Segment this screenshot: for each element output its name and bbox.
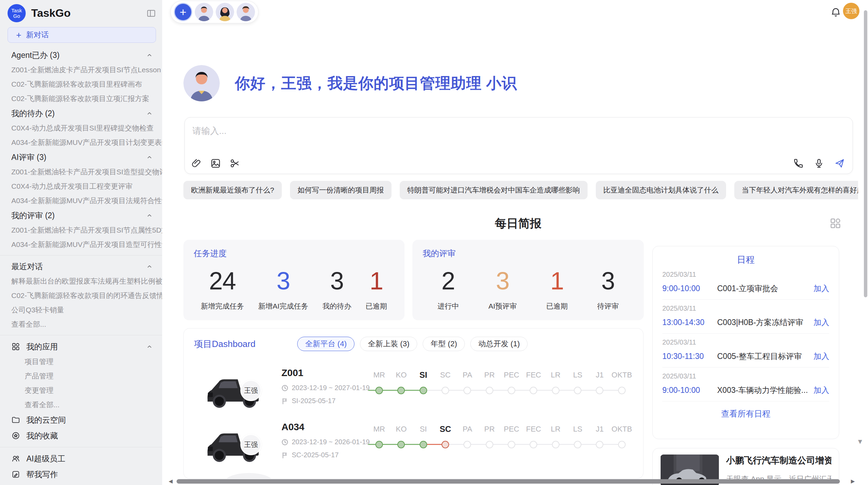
agent-avatar-3[interactable] <box>237 3 255 21</box>
milestone-dot <box>552 387 559 394</box>
app-item-project-mgmt[interactable]: 项目管理 <box>0 355 162 369</box>
new-chat-button[interactable]: + 新对话 <box>8 27 156 43</box>
milestone-dot <box>442 387 449 394</box>
app-item-change-mgmt[interactable]: 变更管理 <box>0 383 162 398</box>
section-my-review[interactable]: 我的评审 (2) <box>0 208 162 223</box>
sidebar-item[interactable]: 公司Q3轻卡销量 <box>0 303 162 317</box>
phone-icon[interactable] <box>793 158 804 169</box>
chat-input[interactable]: 请输入... <box>192 125 227 137</box>
sidebar-item[interactable]: Z001-全新燃油皮卡产品开发项目SI节点Lesson Learn报告 <box>0 63 162 77</box>
suggestion-chip[interactable]: 特朗普可能对进口汽车增税会对中国车企造成哪些影响 <box>400 181 588 199</box>
tab-powertrain[interactable]: 动总开发 (1) <box>470 337 528 351</box>
milestone-dot <box>596 441 603 448</box>
suggestion-chip[interactable]: 比亚迪全固态电池计划具体说了什么 <box>596 181 726 199</box>
scroll-right-arrow[interactable]: ▶ <box>851 478 855 484</box>
card-title: 任务进度 <box>194 248 394 259</box>
schedule-event[interactable]: 2025/03/11 10:30-11:30 C005-整车工程目标评审 加入 <box>662 334 829 368</box>
sidebar-item[interactable]: C0X4-动力总成开发项目SI里程碑提交物检查 <box>0 121 162 135</box>
user-avatar[interactable]: 王强 <box>843 3 859 19</box>
milestone-dot <box>508 441 515 448</box>
tab-model-year[interactable]: 年型 (2) <box>423 337 465 351</box>
suggestion-chip[interactable]: 当下年轻人对汽车外观有怎样的喜好趋势 <box>734 181 858 199</box>
stat-value: 3 <box>323 265 351 297</box>
sidebar-item[interactable]: Z001-全新燃油轻卡产品开发项目SI造型提交物评审 <box>0 165 162 179</box>
scissors-icon[interactable] <box>229 158 240 169</box>
milestone-oktb: OKTB <box>611 422 633 448</box>
sidebar-item[interactable]: C02-飞腾新能源轻客改款项目里程碑画布 <box>0 77 162 91</box>
event-name: C005-整车工程目标评审 <box>717 351 813 362</box>
sidebar-item-cloud-space[interactable]: 我的云空间 <box>0 412 162 428</box>
agent-avatar-2[interactable] <box>216 3 234 21</box>
suggestion-chip[interactable]: 如何写一份清晰的项目周报 <box>290 181 391 199</box>
flag-icon <box>281 398 288 405</box>
project-row-a034[interactable]: 王强 A034 2023-12-19 ~ 2026-01-19 SC-2025- <box>184 417 643 471</box>
stat-label: 我的待办 <box>323 301 351 311</box>
vertical-scrollbar[interactable] <box>864 10 867 297</box>
schedule-event[interactable]: 2025/03/11 9:00-10:00 X003-车辆动力学性能验... 加… <box>662 368 829 401</box>
main-area: + 王强 你好，王强，我是你的项目管理助理 小识 <box>162 0 868 485</box>
section-ai-review[interactable]: AI评审 (3) <box>0 150 162 165</box>
join-link[interactable]: 加入 <box>813 351 829 362</box>
microphone-icon[interactable] <box>813 158 824 169</box>
project-rows: 王强 Z001 2023-12-19 ~ 2027-01-19 SI-2025- <box>184 363 643 479</box>
tab-new-body[interactable]: 全新上装 (3) <box>360 337 417 351</box>
stat-review-overdue: 1 已逾期 <box>546 265 568 311</box>
agent-avatar-1[interactable] <box>195 3 213 21</box>
suggestion-chip[interactable]: 欧洲新规最近颁布了什么? <box>183 181 282 199</box>
app-root: Task Go TaskGo + 新对话 Agent已办 (3) Z001-全新… <box>0 0 868 485</box>
logo-text-top: Task <box>11 8 22 13</box>
project-dates: 2023-12-19 ~ 2027-01-19 <box>281 384 370 392</box>
tab-new-platform[interactable]: 全新平台 (4) <box>297 337 354 351</box>
sidebar-item-my-apps[interactable]: 我的应用 <box>0 339 162 355</box>
milestone-j1: J1 <box>589 368 611 394</box>
sidebar-item[interactable]: A034-全新新能源MUV产品开发项目计划变更表编写 <box>0 135 162 150</box>
milestone-cells: MR KO SI SC PA PR PEC FEC LR LS J1 OKTB <box>368 368 633 394</box>
sidebar-collapse-button[interactable] <box>146 9 156 18</box>
view-all-chats[interactable]: 查看全部... <box>0 317 162 332</box>
attachment-icon[interactable] <box>191 158 202 169</box>
project-row-z001[interactable]: 王强 Z001 2023-12-19 ~ 2027-01-19 SI-2025- <box>184 363 643 417</box>
schedule-event[interactable]: 2025/03/11 9:00-10:00 C001-立项审批会 加入 <box>662 266 829 300</box>
send-icon[interactable] <box>834 158 845 169</box>
sidebar-item-help-write[interactable]: 帮我写作 <box>0 467 162 482</box>
image-icon[interactable] <box>210 158 221 169</box>
section-my-todo[interactable]: 我的待办 (2) <box>0 106 162 121</box>
milestone-ls: LS <box>567 368 589 394</box>
join-link[interactable]: 加入 <box>813 283 829 294</box>
sidebar-item[interactable]: C02-飞腾新能源轻客改款项目立项汇报方案 <box>0 91 162 106</box>
milestone-dot <box>420 387 427 394</box>
add-agent-button[interactable]: + <box>174 3 192 21</box>
milestone-sc: SC <box>434 368 456 394</box>
view-all-apps[interactable]: 查看全部... <box>0 398 162 412</box>
horizontal-scrollbar[interactable] <box>177 479 840 484</box>
sidebar-item[interactable]: 解释最新出台的欧盟报废车法规再生塑料比例被调至15%... <box>0 274 162 288</box>
app-item-product-mgmt[interactable]: 产品管理 <box>0 369 162 383</box>
sidebar-item-creative-draw[interactable]: 创意制图 <box>0 482 162 485</box>
view-all-schedule-link[interactable]: 查看所有日程 <box>662 408 829 419</box>
owner-name: 王强 <box>244 386 258 395</box>
sidebar-item[interactable]: C0X4-动力总成开发项目工程变更评审 <box>0 179 162 194</box>
join-link[interactable]: 加入 <box>813 385 829 396</box>
people-icon <box>11 454 20 463</box>
section-recent-chats[interactable]: 最近对话 <box>0 259 162 274</box>
flag-label: SC-2025-05-17 <box>292 451 339 459</box>
bell-icon <box>830 7 842 18</box>
sidebar-item-favorites[interactable]: 我的收藏 <box>0 428 162 444</box>
chevron-down-icon[interactable]: ▼ <box>857 438 864 446</box>
next-project-photo-hint <box>225 473 273 479</box>
stat-value: 24 <box>201 265 244 297</box>
schedule-event[interactable]: 2025/03/11 13:00-14:30 C003|H0B-方案冻结评审 加… <box>662 300 829 334</box>
milestone-dot <box>530 441 537 448</box>
app-title: TaskGo <box>31 7 146 20</box>
sidebar-item[interactable]: A034-全新新能源MUV产品开发项目法规符合性评审 <box>0 194 162 208</box>
layout-grid-icon[interactable] <box>829 217 842 229</box>
scroll-left-arrow[interactable]: ◀ <box>169 478 173 484</box>
sidebar-item[interactable]: Z001-全新燃油轻卡产品开发项目SI节点属性5D文件评审 <box>0 223 162 237</box>
join-link[interactable]: 加入 <box>813 317 829 328</box>
sidebar-item[interactable]: A034-全新新能源MUV产品开发项目造型可行性评审 <box>0 237 162 252</box>
daily-brief-title: 每日简报 <box>183 216 853 232</box>
sidebar-item[interactable]: C02-飞腾新能源轻客改款项目的闭环通告反馈情况 <box>0 288 162 303</box>
notifications-button[interactable] <box>830 6 842 18</box>
sidebar-item-ai-employee[interactable]: AI超级员工 <box>0 451 162 467</box>
section-agent-done[interactable]: Agent已办 (3) <box>0 48 162 63</box>
